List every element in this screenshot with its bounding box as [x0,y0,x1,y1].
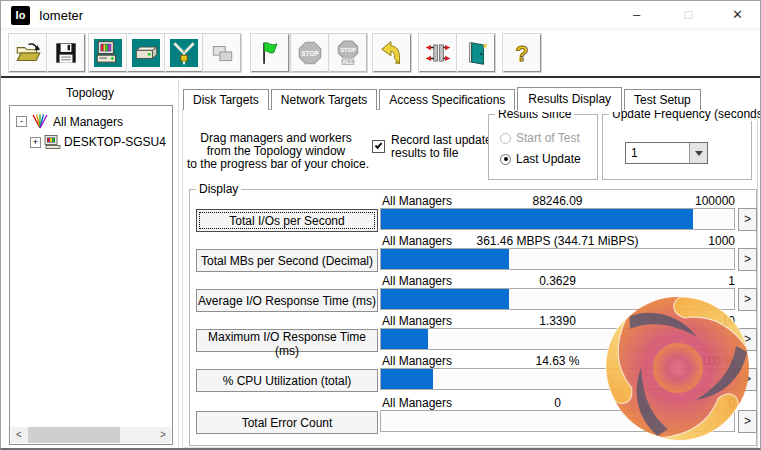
progress-bar[interactable] [380,328,735,350]
scale-max: 100000 [695,194,735,208]
result-value: 14.63 % [380,354,735,368]
move-columns-icon [424,39,452,67]
exit-button[interactable] [457,34,495,72]
title-bar: Io Iometer – □ ✕ [1,1,760,29]
progress-fill [381,249,509,269]
result-value: 361.46 MBPS (344.71 MiBPS) [380,234,735,248]
progress-bar[interactable] [380,288,735,310]
disk-worker-icon [132,39,160,67]
computer-icon [94,39,122,67]
help-question-icon: ? [508,39,536,67]
save-floppy-icon [52,39,80,67]
scrollbar-thumb[interactable] [28,427,120,443]
metric-select-button[interactable]: Total Error Count [196,411,378,434]
open-test-file-button[interactable] [9,34,47,72]
expand-row-button[interactable]: > [738,328,757,351]
scale-max: 100 % [701,354,735,368]
radio-label: Start of Test [516,131,580,145]
reset-workers-button[interactable] [373,34,411,72]
move-columns-button[interactable] [419,34,457,72]
stop-all-tests-button[interactable]: STOP ALL [329,34,367,72]
collapse-expander[interactable]: - [16,116,27,127]
expand-expander[interactable]: + [30,137,41,148]
radio-start-of-test: Start of Test [500,131,580,145]
metric-select-button[interactable]: % CPU Utilization (total) [196,369,378,392]
help-button[interactable]: ? [503,34,541,72]
stop-test-button[interactable]: STOP [291,34,329,72]
iometer-window: Io Iometer – □ ✕ [0,0,761,450]
progress-fill [381,289,509,309]
result-value: 1.3390 [380,314,735,328]
dropdown-button[interactable] [689,143,707,163]
bar-header: All Managers 88246.09 100000 [380,194,735,207]
result-value: 0.3629 [380,274,735,288]
tree-item-label: All Managers [53,115,123,129]
scroll-right-icon[interactable]: > [155,427,171,443]
record-results-checkbox[interactable] [372,140,385,153]
start-new-manager-button[interactable] [89,34,127,72]
progress-fill [381,369,433,389]
tree-item-all-managers[interactable]: - All Managers [16,114,123,129]
record-results-label: Record last update results to file [391,134,501,160]
tree-item-label: DESKTOP-SGSU4 [64,135,166,149]
start-new-network-worker-button[interactable] [165,34,203,72]
green-flag-icon [256,39,284,67]
metric-select-button[interactable]: Average I/O Response Time (ms) [196,289,378,312]
result-row-total-errors: All Managers 0 0 Total Error Count > [190,396,756,436]
result-row-total-mbs: All Managers 361.46 MBPS (344.71 MiBPS) … [190,234,756,274]
save-test-file-button[interactable] [47,34,85,72]
expand-row-button[interactable]: > [738,368,757,391]
progress-fill [381,209,693,229]
progress-fill [381,329,428,349]
tab-disk-targets[interactable]: Disk Targets [183,89,269,110]
svg-text:STOP: STOP [301,50,319,57]
selected-frequency-value: 1 [631,146,638,160]
metric-select-button[interactable]: Total I/Os per Second [196,209,378,232]
svg-text:ALL: ALL [342,59,354,65]
expand-row-button[interactable]: > [738,288,757,311]
start-new-disk-worker-button[interactable] [127,34,165,72]
tab-results-display[interactable]: Results Display [517,87,622,112]
expand-row-button[interactable]: > [738,248,757,271]
progress-bar[interactable] [380,208,735,230]
minimize-button[interactable]: – [614,1,659,29]
topology-horizontal-scrollbar[interactable]: < > [11,427,171,443]
bar-header: All Managers 1.3390 10 [380,314,735,327]
radio-button-icon [500,133,511,144]
close-button[interactable]: ✕ [715,1,760,29]
tree-item-manager[interactable]: + DESKTOP-SGSU4 [30,135,166,149]
tab-network-targets[interactable]: Network Targets [271,89,377,110]
radio-button-icon[interactable] [500,154,511,165]
drag-hint-text: Drag managers and workers from the Topol… [187,132,365,171]
tab-test-setup[interactable]: Test Setup [624,89,701,110]
metric-select-button[interactable]: Total MBs per Second (Decimal) [196,249,378,272]
metric-select-button[interactable]: Maximum I/O Response Time (ms) [196,329,378,352]
progress-bar[interactable] [380,410,735,432]
radio-last-update[interactable]: Last Update [500,152,581,166]
result-row-cpu-utilization: All Managers 14.63 % 100 % % CPU Utiliza… [190,354,756,394]
scale-max: 10 [722,314,735,328]
stop-sign-icon: STOP [296,39,324,67]
tab-access-specifications[interactable]: Access Specifications [379,89,515,110]
network-worker-icon [170,39,198,67]
chevron-down-icon [695,151,703,160]
maximize-button[interactable]: □ [666,1,711,29]
expand-row-button[interactable]: > [738,208,757,231]
all-managers-icon [30,114,50,129]
progress-bar[interactable] [380,368,735,390]
scale-max: 1 [728,274,735,288]
update-frequency-select[interactable]: 1 [625,142,708,164]
svg-text:STOP: STOP [340,47,356,53]
scale-max: 1000 [708,234,735,248]
radio-label: Last Update [516,152,581,166]
start-tests-button[interactable] [251,34,289,72]
scroll-left-icon[interactable]: < [11,427,27,443]
result-row-max-response: All Managers 1.3390 10 Maximum I/O Respo… [190,314,756,354]
toolbar-divider [1,76,760,78]
bar-header: All Managers 0.3629 1 [380,274,735,287]
exit-door-icon [462,39,490,67]
result-row-avg-response: All Managers 0.3629 1 Average I/O Respon… [190,274,756,314]
expand-row-button[interactable]: > [738,410,757,433]
progress-bar[interactable] [380,248,735,270]
duplicate-worker-button[interactable] [203,34,241,72]
